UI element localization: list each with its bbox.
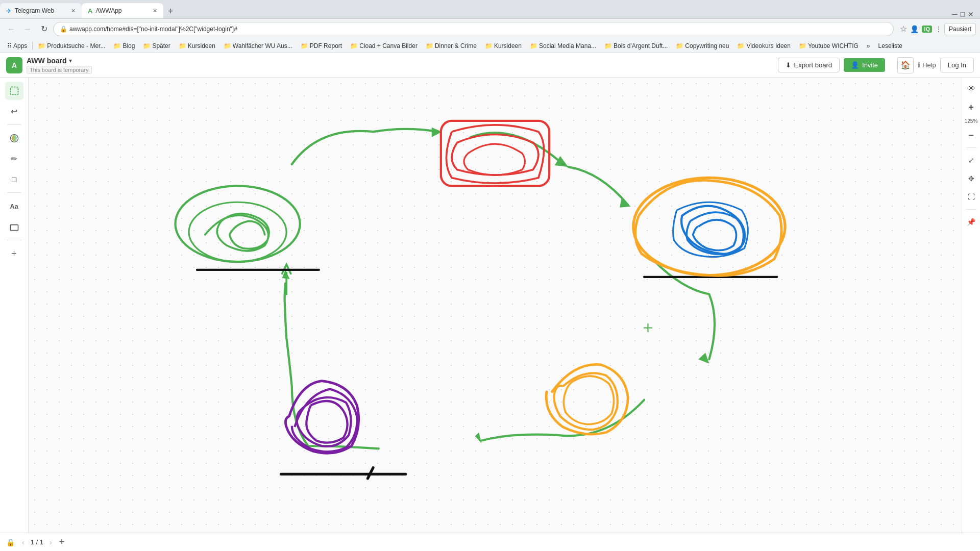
minimize-button[interactable]: ─ — [952, 10, 958, 18]
apps-bookmark[interactable]: ⠿ Apps — [4, 41, 30, 51]
apps-icon: ⠿ — [7, 42, 12, 49]
bookmark-more[interactable]: » — [864, 41, 873, 51]
bm-folder-icon: 📁 — [38, 42, 45, 49]
tool-eraser[interactable]: ◻ — [5, 170, 23, 188]
green-blob — [175, 186, 300, 262]
nav-icons: ☆ 👤 IQ ⋮ — [900, 24, 942, 34]
tab-awwapp[interactable]: A AWWApp ✕ — [82, 3, 163, 18]
extensions-icon[interactable]: IQ — [922, 26, 932, 33]
fullscreen-button[interactable]: ⛶ — [964, 190, 978, 204]
reload-button[interactable]: ↻ — [37, 22, 51, 36]
lock-icon: 🔒 — [6, 538, 15, 546]
invite-icon: 👤 — [851, 61, 859, 69]
bookmark-11[interactable]: 📁Bois d'Argent Duft... — [601, 41, 671, 51]
tool-color[interactable] — [5, 129, 23, 147]
bm-folder-icon-4: 📁 — [179, 42, 186, 49]
fit-screen-button[interactable]: ⤢ — [964, 153, 978, 167]
bookmark-9[interactable]: 📁Kursideen — [482, 41, 525, 51]
svg-rect-2 — [10, 225, 18, 231]
bookmark-leseliste[interactable]: Leseliste — [875, 41, 905, 51]
bm-folder-icon-6: 📁 — [301, 42, 308, 49]
tab-close-telegram[interactable]: ✕ — [71, 8, 76, 14]
tool-undo[interactable]: ↩ — [5, 102, 23, 120]
bm-folder-icon-3: 📁 — [143, 42, 151, 49]
new-tab-button[interactable]: + — [163, 4, 178, 18]
add-page-button[interactable]: + — [59, 537, 65, 547]
yellow-blue-blob — [633, 178, 785, 276]
bookmark-8[interactable]: 📁Dinner & Crime — [423, 41, 480, 51]
close-browser-button[interactable]: ✕ — [968, 10, 974, 18]
bm-folder-icon-11: 📁 — [604, 42, 612, 49]
next-page-button[interactable]: › — [46, 537, 55, 547]
board-name[interactable]: AWW board — [27, 57, 67, 65]
bookmark-7[interactable]: 📁Cload + Canva Bilder — [347, 41, 421, 51]
svg-point-12 — [633, 178, 785, 275]
zoom-out-button[interactable]: − — [964, 128, 978, 142]
tool-shapes[interactable] — [5, 217, 23, 236]
purple-blob — [285, 381, 358, 454]
bookmark-1[interactable]: 📁Produktsuche - Mer... — [35, 41, 108, 51]
bookmark-2[interactable]: 📁Blog — [110, 41, 138, 51]
tab-bar: ✈ Telegram Web ✕ A AWWApp ✕ + ─ □ ✕ — [0, 0, 980, 18]
bookmark-6[interactable]: 📁PDF Report — [298, 41, 345, 51]
board-temp-label: This board is temporary — [27, 66, 92, 74]
bm-folder-icon-8: 📁 — [426, 42, 433, 49]
bookmark-10[interactable]: 📁Social Media Mana... — [527, 41, 599, 51]
left-sidebar: ↩ ✏ ◻ Aa + — [0, 78, 29, 533]
red-blob — [441, 121, 549, 186]
bookmark-4[interactable]: 📁Kursideen — [176, 41, 218, 51]
nav-bar: ← → ↻ 🔒 awwapp.com/home#dis=["no-init-mo… — [0, 18, 980, 39]
tab-telegram[interactable]: ✈ Telegram Web ✕ — [0, 3, 82, 18]
bookmarks-bar: ⠿ Apps 📁Produktsuche - Mer... 📁Blog 📁Spä… — [0, 39, 980, 53]
browser-chrome: ✈ Telegram Web ✕ A AWWApp ✕ + ─ □ ✕ ← → … — [0, 0, 980, 53]
visibility-toggle[interactable]: 👁 — [964, 82, 978, 96]
invite-button[interactable]: 👤 Invite — [844, 58, 885, 72]
main-area: ↩ ✏ ◻ Aa + — [0, 78, 980, 533]
help-button[interactable]: ℹ Help — [918, 61, 936, 69]
board-dropdown-icon[interactable]: ▾ — [69, 57, 72, 64]
address-bar[interactable]: 🔒 awwapp.com/home#dis=["no-init-modal"]%… — [53, 22, 894, 36]
back-button[interactable]: ← — [4, 22, 18, 36]
canvas-area[interactable] — [29, 78, 962, 533]
maximize-button[interactable]: □ — [961, 10, 965, 18]
bookmark-14[interactable]: 📁Youtube WICHTIG — [796, 41, 862, 51]
bookmark-5[interactable]: 📁Wahlfächer WU Aus... — [220, 41, 296, 51]
bottom-bar: 🔒 ‹ 1 / 1 › + — [0, 533, 980, 551]
more-tools-icon[interactable]: ⋮ — [935, 25, 942, 33]
page-navigation: ‹ 1 / 1 › — [19, 537, 55, 547]
zoom-in-button[interactable]: + — [964, 100, 978, 114]
tool-select[interactable] — [5, 82, 23, 100]
board-name-area: AWW board ▾ This board is temporary — [27, 57, 92, 74]
bookmark-3[interactable]: 📁Später — [140, 41, 173, 51]
export-button[interactable]: ⬇ Export board — [778, 58, 840, 72]
awwapp-favicon: A — [88, 7, 92, 15]
profile-icon[interactable]: 👤 — [910, 25, 919, 33]
pin-button[interactable]: 📌 — [964, 215, 978, 229]
bm-folder-icon-9: 📁 — [485, 42, 493, 49]
forward-button[interactable]: → — [20, 22, 35, 36]
page-indicator: 1 / 1 — [31, 538, 43, 546]
tool-add[interactable]: + — [5, 244, 23, 263]
bm-folder-icon-12: 📁 — [676, 42, 683, 49]
home-button[interactable]: 🏠 — [897, 57, 914, 73]
address-text: awwapp.com/home#dis=["no-init-modal"]%2C… — [69, 26, 237, 33]
tool-text[interactable]: Aa — [5, 197, 23, 215]
bm-folder-icon-10: 📁 — [530, 42, 537, 49]
bookmark-12[interactable]: 📁Copywriting neu — [673, 41, 732, 51]
login-button[interactable]: Log In — [940, 58, 974, 72]
bookmark-13[interactable]: 📁Videokurs Ideen — [734, 41, 794, 51]
bm-folder-icon-14: 📁 — [799, 42, 806, 49]
right-sidebar: 👁 + 125% − ⤢ ✥ ⛶ 📌 — [962, 78, 980, 533]
tool-pen[interactable]: ✏ — [5, 149, 23, 168]
app-toolbar: A AWW board ▾ This board is temporary ⬇ … — [0, 53, 980, 78]
bm-folder-icon-2: 📁 — [113, 42, 121, 49]
tab-label-telegram: Telegram Web — [15, 7, 54, 14]
move-tool[interactable]: ✥ — [964, 171, 978, 186]
user-label: Pausiert — [944, 23, 976, 35]
canvas-cursor — [644, 323, 652, 332]
tab-close-awwapp[interactable]: ✕ — [153, 8, 157, 14]
prev-page-button[interactable]: ‹ — [19, 537, 28, 547]
help-icon: ℹ — [918, 61, 920, 69]
bm-folder-icon-13: 📁 — [737, 42, 745, 49]
bookmark-star-icon[interactable]: ☆ — [900, 24, 907, 34]
